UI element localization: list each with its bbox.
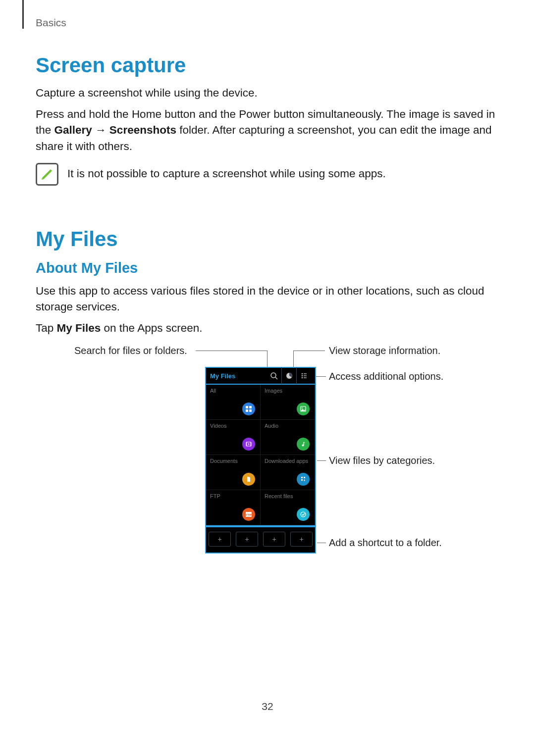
- callout-line: [317, 460, 326, 461]
- category-label: Downloaded apps: [265, 458, 311, 464]
- note-block: It is not possible to capture a screensh…: [36, 163, 499, 186]
- audio-icon: [297, 438, 310, 451]
- callout-line: [196, 351, 267, 351]
- svg-rect-16: [246, 442, 247, 446]
- category-downloaded-apps[interactable]: Downloaded apps: [261, 455, 315, 490]
- svg-text:FTP: FTP: [246, 513, 251, 516]
- p2-post: on the Apps screen.: [101, 322, 202, 334]
- all-icon: [242, 403, 255, 415]
- recent-files-icon: [297, 508, 310, 521]
- add-shortcut-button[interactable]: +: [209, 532, 231, 547]
- p2-bold: My Files: [57, 322, 101, 334]
- category-recent-files[interactable]: Recent files: [261, 490, 315, 525]
- videos-icon: [242, 438, 255, 451]
- phone-header: My Files: [206, 368, 315, 385]
- note-text: It is not possible to capture a screensh…: [67, 166, 386, 182]
- category-label: Audio: [265, 423, 311, 429]
- more-options-icon[interactable]: [296, 367, 311, 384]
- callout-line: [293, 351, 325, 351]
- category-images[interactable]: Images: [261, 385, 315, 420]
- svg-point-24: [301, 512, 306, 517]
- add-shortcut-button[interactable]: +: [290, 532, 313, 547]
- downloaded-apps-icon: [297, 473, 310, 486]
- callout-search: Search for files or folders.: [74, 345, 187, 356]
- callout-storage: View storage information.: [329, 345, 440, 356]
- category-videos[interactable]: Videos: [206, 420, 261, 455]
- svg-rect-21: [301, 479, 303, 481]
- arrow-text: →: [92, 124, 109, 136]
- category-audio[interactable]: Audio: [261, 420, 315, 455]
- svg-point-4: [301, 375, 303, 377]
- svg-rect-17: [250, 442, 251, 446]
- category-label: Videos: [210, 423, 256, 429]
- ftp-icon: FTP: [242, 508, 255, 521]
- phone-screenshot: My Files All: [205, 367, 316, 554]
- callout-shortcut: Add a shortcut to a folder.: [329, 537, 442, 549]
- phone-app-title: My Files: [210, 372, 247, 380]
- add-shortcut-button[interactable]: +: [236, 532, 258, 547]
- svg-point-0: [271, 373, 276, 378]
- callout-options: Access additional options.: [329, 371, 443, 382]
- page-tab-marker: [22, 0, 24, 29]
- note-icon: [36, 163, 58, 186]
- p2-pre: Tap: [36, 322, 57, 334]
- svg-line-1: [275, 377, 277, 379]
- svg-rect-19: [301, 477, 303, 478]
- svg-point-18: [302, 445, 304, 447]
- bold-gallery: Gallery: [54, 124, 92, 136]
- category-all[interactable]: All: [206, 385, 261, 420]
- category-label: Recent files: [265, 493, 311, 499]
- svg-point-5: [301, 377, 303, 379]
- svg-rect-9: [246, 406, 248, 408]
- category-label: All: [210, 388, 256, 394]
- category-grid: All Images Videos: [206, 385, 315, 526]
- category-label: Images: [265, 388, 311, 394]
- category-ftp[interactable]: FTP FTP: [206, 490, 261, 525]
- svg-rect-20: [304, 477, 305, 478]
- breadcrumb: Basics: [36, 17, 66, 29]
- add-shortcut-button[interactable]: +: [263, 532, 285, 547]
- images-icon: [297, 403, 310, 415]
- svg-rect-11: [246, 409, 248, 412]
- category-label: FTP: [210, 493, 256, 499]
- page-number: 32: [0, 701, 535, 712]
- svg-rect-12: [249, 409, 252, 412]
- my-files-p2: Tap My Files on the Apps screen.: [36, 320, 499, 337]
- search-icon[interactable]: [267, 367, 281, 384]
- documents-icon: [242, 473, 255, 486]
- heading-my-files: My Files: [36, 227, 499, 251]
- category-label: Documents: [210, 458, 256, 464]
- bold-screenshots: Screenshots: [109, 124, 176, 136]
- heading-screen-capture: Screen capture: [36, 53, 499, 77]
- screen-capture-body: Press and hold the Home button and the P…: [36, 106, 499, 155]
- svg-point-3: [301, 373, 303, 375]
- subheading-about-my-files: About My Files: [36, 260, 499, 276]
- shortcut-row: + + + +: [206, 526, 315, 550]
- category-documents[interactable]: Documents: [206, 455, 261, 490]
- screen-capture-intro: Capture a screenshot while using the dev…: [36, 85, 499, 101]
- my-files-p1: Use this app to access various files sto…: [36, 283, 499, 315]
- my-files-figure: Search for files or folders. View storag…: [36, 345, 499, 568]
- callout-line: [317, 543, 326, 543]
- storage-pie-icon[interactable]: [281, 367, 296, 384]
- svg-point-14: [302, 407, 303, 408]
- svg-rect-10: [249, 406, 252, 408]
- callout-categories: View files by categories.: [329, 455, 435, 466]
